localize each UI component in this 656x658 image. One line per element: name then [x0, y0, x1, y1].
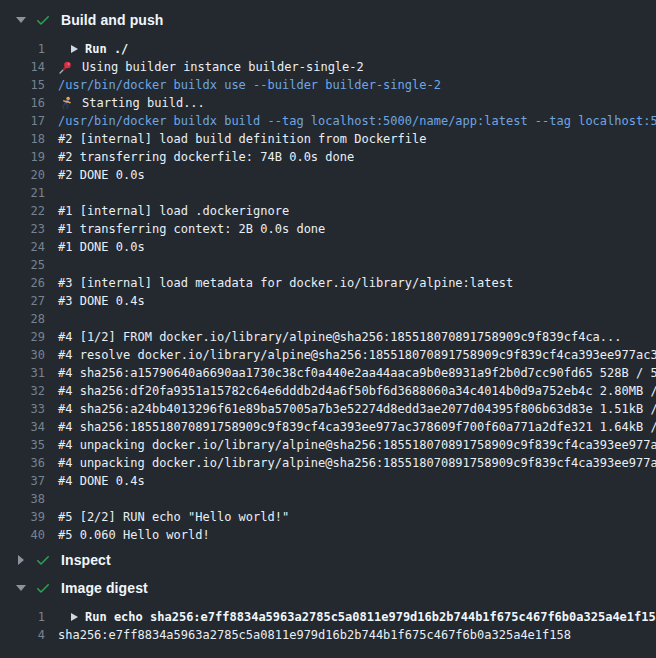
log-line: 20#2 DONE 0.0s	[0, 166, 656, 184]
section-title: Image digest	[61, 580, 148, 596]
line-number[interactable]: 18	[12, 130, 45, 148]
log-line: 37#4 DONE 0.4s	[0, 472, 656, 490]
log-text: /usr/bin/docker buildx use --builder bui…	[58, 76, 441, 94]
log-line: 16Starting build...	[0, 94, 656, 112]
chevron-right-icon	[13, 552, 29, 568]
log-text: #5 0.060 Hello world!	[58, 526, 210, 544]
section-header-build-and-push[interactable]: Build and push	[0, 6, 656, 34]
log-text: #3 DONE 0.4s	[58, 292, 145, 310]
line-number[interactable]: 26	[12, 274, 45, 292]
line-number[interactable]: 4	[12, 626, 45, 644]
log-text: #1 DONE 0.0s	[58, 238, 145, 256]
runner-icon	[58, 96, 74, 111]
section-title: Build and push	[61, 12, 164, 28]
log-line: 27#3 DONE 0.4s	[0, 292, 656, 310]
line-number[interactable]: 25	[12, 256, 45, 274]
line-number[interactable]: 38	[12, 490, 45, 508]
log-line: 34#4 sha256:185518070891758909c9f839cf4c…	[0, 418, 656, 436]
line-number[interactable]: 22	[12, 202, 45, 220]
log-line: 14Using builder instance builder-single-…	[0, 58, 656, 76]
log-text: Run ./	[85, 40, 128, 58]
line-number[interactable]: 23	[12, 220, 45, 238]
line-number[interactable]: 14	[12, 58, 45, 76]
log-text: Starting build...	[82, 94, 205, 112]
line-number[interactable]: 30	[12, 346, 45, 364]
line-number[interactable]: 20	[12, 166, 45, 184]
log-text: #1 [internal] load .dockerignore	[58, 202, 289, 220]
log-text: #4 unpacking docker.io/library/alpine@sh…	[58, 454, 656, 472]
log-line: 25	[0, 256, 656, 274]
log-line: 1Run ./	[0, 40, 656, 58]
log-text: #4 resolve docker.io/library/alpine@sha2…	[58, 346, 656, 364]
log-line: 22#1 [internal] load .dockerignore	[0, 202, 656, 220]
chevron-down-icon	[13, 12, 29, 28]
log-text: #4 sha256:a24bb4013296f61e89ba57005a7b3e…	[58, 400, 656, 418]
log-text: #4 sha256:185518070891758909c9f839cf4ca3…	[58, 418, 656, 436]
log-text: #4 sha256:df20fa9351a15782c64e6dddb2d4a6…	[58, 382, 656, 400]
line-number[interactable]: 24	[12, 238, 45, 256]
log-text: #2 [internal] load build definition from…	[58, 130, 426, 148]
chevron-down-icon	[13, 580, 29, 596]
log-line: 23#1 transferring context: 2B 0.0s done	[0, 220, 656, 238]
log-line: 19#2 transferring dockerfile: 74B 0.0s d…	[0, 148, 656, 166]
line-number[interactable]: 21	[12, 184, 45, 202]
log-line: 15/usr/bin/docker buildx use --builder b…	[0, 76, 656, 94]
log-text: #4 DONE 0.4s	[58, 472, 145, 490]
line-number[interactable]: 33	[12, 400, 45, 418]
line-number[interactable]: 39	[12, 508, 45, 526]
log-text: #5 [2/2] RUN echo "Hello world!"	[58, 508, 289, 526]
line-number[interactable]: 28	[12, 310, 45, 328]
log-text: #3 [internal] load metadata for docker.i…	[58, 274, 513, 292]
log-text: sha256:e7ff8834a5963a2785c5a0811e979d16b…	[58, 626, 571, 644]
line-number[interactable]: 19	[12, 148, 45, 166]
log-line: 28	[0, 310, 656, 328]
line-number[interactable]: 35	[12, 436, 45, 454]
log-text: #4 unpacking docker.io/library/alpine@sh…	[58, 436, 656, 454]
log-line: 38	[0, 490, 656, 508]
log-text: #1 transferring context: 2B 0.0s done	[58, 220, 325, 238]
log-text: #4 [1/2] FROM docker.io/library/alpine@s…	[58, 328, 622, 346]
section-header-inspect[interactable]: Inspect	[0, 546, 656, 574]
line-number[interactable]: 31	[12, 364, 45, 382]
log-line: 35#4 unpacking docker.io/library/alpine@…	[0, 436, 656, 454]
line-number[interactable]: 1	[12, 608, 45, 626]
log-line: 21	[0, 184, 656, 202]
log-text: #4 sha256:a15790640a6690aa1730c38cf0a440…	[58, 364, 656, 382]
log-line: 1Run echo sha256:e7ff8834a5963a2785c5a08…	[0, 608, 656, 626]
log-line: 40#5 0.060 Hello world!	[0, 526, 656, 544]
log-line: 36#4 unpacking docker.io/library/alpine@…	[0, 454, 656, 472]
line-number[interactable]: 15	[12, 76, 45, 94]
log-line: 17/usr/bin/docker buildx build --tag loc…	[0, 112, 656, 130]
line-number[interactable]: 1	[12, 40, 45, 58]
line-number[interactable]: 34	[12, 418, 45, 436]
line-number[interactable]: 32	[12, 382, 45, 400]
check-icon	[35, 12, 51, 28]
log-text: Run echo sha256:e7ff8834a5963a2785c5a081…	[85, 608, 656, 626]
log-line: 30#4 resolve docker.io/library/alpine@sh…	[0, 346, 656, 364]
line-number[interactable]: 37	[12, 472, 45, 490]
expand-arrow-icon[interactable]	[71, 613, 78, 621]
workflow-log: Build and push1Run ./14Using builder ins…	[0, 0, 656, 644]
log-text: #2 transferring dockerfile: 74B 0.0s don…	[58, 148, 354, 166]
check-icon	[35, 580, 51, 596]
log-line: 24#1 DONE 0.0s	[0, 238, 656, 256]
log-lines-image-digest: 1Run echo sha256:e7ff8834a5963a2785c5a08…	[0, 608, 656, 644]
log-text: /usr/bin/docker buildx build --tag local…	[58, 112, 656, 130]
log-line: 32#4 sha256:df20fa9351a15782c64e6dddb2d4…	[0, 382, 656, 400]
line-number[interactable]: 29	[12, 328, 45, 346]
line-number[interactable]: 17	[12, 112, 45, 130]
log-line: 4sha256:e7ff8834a5963a2785c5a0811e979d16…	[0, 626, 656, 644]
log-line: 39#5 [2/2] RUN echo "Hello world!"	[0, 508, 656, 526]
line-number[interactable]: 36	[12, 454, 45, 472]
log-line: 26#3 [internal] load metadata for docker…	[0, 274, 656, 292]
section-title: Inspect	[61, 552, 111, 568]
line-number[interactable]: 16	[12, 94, 45, 112]
log-text: Using builder instance builder-single-2	[82, 58, 364, 76]
check-icon	[35, 552, 51, 568]
line-number[interactable]: 40	[12, 526, 45, 544]
expand-arrow-icon[interactable]	[71, 45, 78, 53]
line-number[interactable]: 27	[12, 292, 45, 310]
log-line: 33#4 sha256:a24bb4013296f61e89ba57005a7b…	[0, 400, 656, 418]
pushpin-icon	[58, 60, 74, 75]
section-header-image-digest[interactable]: Image digest	[0, 574, 656, 602]
